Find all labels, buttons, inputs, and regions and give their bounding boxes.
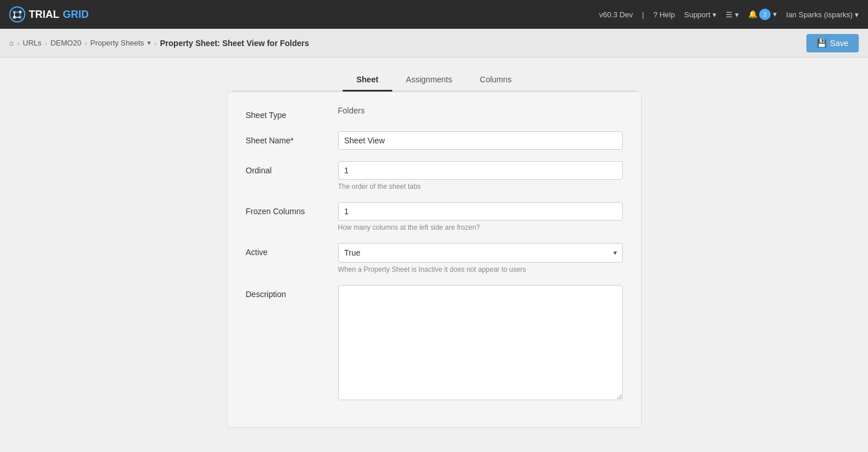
logo-icon — [9, 6, 25, 22]
tab-assignments[interactable]: Assignments — [392, 69, 466, 92]
svg-point-0 — [10, 7, 25, 22]
navbar-left: TRIALGRID — [9, 6, 89, 22]
support-link[interactable]: Support ▾ — [684, 10, 717, 19]
breadcrumb: ⌂ › URLs › DEMO20 › Property Sheets ▾ › … — [9, 39, 309, 48]
sheet-type-row: Sheet Type Folders — [246, 106, 623, 120]
notification-badge: 2 — [759, 9, 771, 20]
frozen-columns-hint: How many columns at the left side are fr… — [338, 223, 623, 231]
tab-columns[interactable]: Columns — [466, 69, 525, 92]
sheet-name-row: Sheet Name* — [246, 131, 623, 150]
ordinal-hint: The order of the sheet tabs — [338, 183, 623, 191]
breadcrumb-sep-1: › — [17, 40, 20, 47]
breadcrumb-sep-3: › — [85, 40, 87, 47]
breadcrumb-demo[interactable]: DEMO20 — [51, 39, 81, 47]
breadcrumb-current: Property Sheet: Sheet View for Folders — [160, 39, 309, 48]
description-input[interactable] — [338, 285, 623, 400]
breadcrumb-bar: ⌂ › URLs › DEMO20 › Property Sheets ▾ › … — [0, 29, 868, 58]
support-chevron-icon: ▾ — [712, 10, 717, 19]
bell-chevron-icon: ▾ — [773, 10, 777, 18]
version-label: v60.3 Dev — [599, 10, 633, 19]
ordinal-input[interactable] — [338, 161, 623, 180]
ordinal-label: Ordinal — [246, 161, 338, 175]
logo-trial-text: TRIAL — [29, 9, 59, 21]
support-label: Support — [684, 10, 711, 19]
breadcrumb-home[interactable]: ⌂ — [9, 39, 14, 47]
description-label: Description — [246, 285, 338, 299]
navbar-right: v60.3 Dev | ? Help Support ▾ ☰ ▾ 🔔 2 ▾ I… — [599, 9, 859, 20]
active-label: Active — [246, 243, 338, 257]
active-row: Active True False ▾ When a Property Shee… — [246, 243, 623, 274]
bell-icon: 🔔 — [748, 10, 757, 18]
ordinal-row: Ordinal The order of the sheet tabs — [246, 161, 623, 191]
frozen-columns-label: Frozen Columns — [246, 202, 338, 216]
user-label: Ian Sparks (isparks) — [786, 10, 853, 19]
tab-sheet[interactable]: Sheet — [343, 69, 392, 92]
description-row: Description — [246, 285, 623, 402]
help-link[interactable]: ? Help — [653, 10, 675, 19]
save-label: Save — [830, 39, 848, 48]
breadcrumb-sep-4: › — [154, 40, 157, 47]
frozen-columns-row: Frozen Columns How many columns at the l… — [246, 202, 623, 231]
form-panel: Sheet Type Folders Sheet Name* Ordinal T… — [227, 92, 642, 428]
main-content: Sheet Assignments Columns Sheet Type Fol… — [0, 58, 868, 439]
save-icon: 💾 — [817, 39, 827, 48]
active-select[interactable]: True False — [338, 243, 623, 263]
sheet-type-field: Folders — [338, 106, 623, 115]
active-select-wrapper: True False ▾ — [338, 243, 623, 263]
user-menu[interactable]: Ian Sparks (isparks) ▾ — [786, 10, 859, 19]
property-sheets-dropdown-icon[interactable]: ▾ — [147, 39, 151, 47]
menu-link[interactable]: ☰ ▾ — [726, 10, 739, 19]
hamburger-icon: ☰ — [726, 10, 733, 19]
active-hint: When a Property Sheet is Inactive it doe… — [338, 265, 623, 274]
chevron-down-icon: ▾ — [735, 10, 739, 19]
breadcrumb-property-sheets[interactable]: Property Sheets — [90, 39, 144, 47]
breadcrumb-urls[interactable]: URLs — [23, 39, 42, 47]
description-field — [338, 285, 623, 402]
sheet-type-label: Sheet Type — [246, 106, 338, 120]
save-button[interactable]: 💾 Save — [806, 34, 859, 52]
tabs: Sheet Assignments Columns — [233, 69, 636, 92]
user-chevron-icon: ▾ — [855, 10, 859, 19]
frozen-columns-field: How many columns at the left side are fr… — [338, 202, 623, 231]
notification-bell[interactable]: 🔔 2 ▾ — [748, 9, 777, 20]
breadcrumb-sep-2: › — [45, 40, 47, 47]
help-label: Help — [659, 10, 675, 19]
sheet-name-field — [338, 131, 623, 150]
navbar: TRIALGRID v60.3 Dev | ? Help Support ▾ ☰… — [0, 0, 868, 29]
frozen-columns-input[interactable] — [338, 202, 623, 221]
ordinal-field: The order of the sheet tabs — [338, 161, 623, 191]
logo[interactable]: TRIALGRID — [9, 6, 89, 22]
logo-grid-text: GRID — [63, 9, 89, 21]
question-icon: ? — [653, 10, 657, 19]
sheet-name-label: Sheet Name* — [246, 131, 338, 145]
sheet-name-input[interactable] — [338, 131, 623, 150]
active-field: True False ▾ When a Property Sheet is In… — [338, 243, 623, 274]
sheet-type-value: Folders — [338, 101, 365, 115]
